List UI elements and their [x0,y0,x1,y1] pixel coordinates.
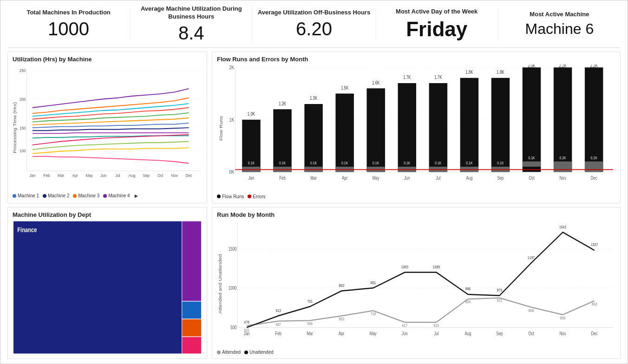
svg-text:Mar: Mar [310,175,317,180]
bar-aug-flow [460,78,478,172]
attended-label: Attended [222,350,241,355]
kpi-most-active-machine: Most Active Machine Machine 6 [498,11,621,38]
svg-text:617: 617 [402,323,408,328]
kpi-avg-biz-label: Average Machine Utilization During Busin… [135,5,248,21]
svg-text:1.2K: 1.2K [279,101,286,106]
svg-text:850: 850 [339,283,344,288]
svg-text:0.1K: 0.1K [248,161,255,165]
svg-text:Nov: Nov [560,331,566,336]
unattended-label: Unattended [249,350,274,355]
svg-text:613: 613 [275,308,281,313]
kpi-avg-off-value: 6.20 [257,19,370,39]
flow-runs-title: Flow Runs and Errors by Month [217,56,615,63]
finance-block [13,221,182,354]
svg-text:0.1K: 0.1K [404,161,411,165]
utilization-title: Utilization (Hrs) by Machine [13,56,202,63]
svg-text:Jun: Jun [100,173,106,178]
svg-text:Sep: Sep [497,175,504,180]
kpi-total-machines: Total Machines In Production 1000 [7,9,130,39]
bar-jun-flow [398,83,416,172]
flow-runs-svg: Flow Runs 2K 1K 0K 1.0K [217,65,615,192]
dept3-block [182,301,201,318]
svg-text:1.7K: 1.7K [434,75,442,80]
bar-sep-flow [491,78,510,172]
svg-text:Apr: Apr [339,331,344,336]
kpi-avg-off: Average Utilization Off-Business Hours 6… [253,9,375,39]
svg-text:0.1K: 0.1K [310,161,317,165]
svg-text:Jul: Jul [434,331,438,336]
svg-text:0.1K: 0.1K [497,161,504,165]
bar-apr-flow [335,93,353,172]
svg-text:Jan: Jan [29,173,35,178]
dept-title: Machine Utilization by Dept [13,211,202,218]
machine3-dot [73,194,77,198]
bar-dec-err [585,162,603,172]
legend-attended: Attended [217,350,241,355]
svg-text:478: 478 [244,320,249,325]
svg-text:Nov: Nov [560,175,566,180]
flow-runs-chart-area: Flow Runs 2K 1K 0K 1.0K [217,65,615,192]
svg-text:1.3K: 1.3K [310,96,317,101]
flow-runs-dot [217,195,221,198]
svg-text:Oct: Oct [157,173,164,178]
machine2-label: Machine 2 [48,193,69,198]
svg-text:Sep: Sep [496,331,503,336]
more-machines-icon[interactable]: ► [134,193,139,199]
svg-text:Jun: Jun [404,175,410,180]
run-mode-chart-area: Attended and Unattended 500 1000 1500 [217,220,615,348]
svg-text:0.2K: 0.2K [559,156,566,160]
kpi-avg-biz: Average Machine Utilization During Busin… [130,5,253,44]
svg-text:Dec: Dec [591,331,598,336]
legend-machine4: Machine 4 [103,193,130,198]
machine1-label: Machine 1 [18,193,39,198]
svg-text:2.2K: 2.2K [559,65,566,68]
svg-text:Aug: Aug [129,173,135,178]
svg-text:1.6K: 1.6K [372,80,379,85]
top-charts-row: Utilization (Hrs) by Machine Processing … [7,52,621,203]
svg-text:Oct: Oct [528,331,534,336]
legend-unattended: Unattended [244,350,274,355]
svg-text:599: 599 [307,321,313,326]
svg-text:Mar: Mar [58,173,64,178]
flow-runs-legend: Flow Runs Errors [217,194,615,199]
svg-text:921: 921 [497,298,503,303]
svg-text:615: 615 [434,323,439,328]
svg-text:Oct: Oct [529,175,535,180]
machine3-label: Machine 3 [78,193,99,198]
run-mode-panel: Run Mode by Month Attended and Unattende… [212,207,621,359]
svg-text:587: 587 [275,322,281,327]
svg-text:Apr: Apr [72,173,78,178]
kpi-most-active-day-label: Most Active Day of the Week [380,8,493,16]
kpi-most-active-machine-value: Machine 6 [503,20,616,38]
svg-text:719: 719 [371,312,376,316]
svg-text:Jan: Jan [249,175,255,180]
svg-text:Mar: Mar [307,331,313,336]
svg-text:Processing Time (Hrs): Processing Time (Hrs) [13,102,17,153]
legend-machine2: Machine 2 [43,193,69,198]
svg-text:May: May [86,173,93,178]
kpi-row: Total Machines In Production 1000 Averag… [7,5,621,48]
svg-text:1542: 1542 [559,225,566,229]
svg-text:Attended and Unattended: Attended and Unattended [218,254,222,313]
machine4-dot [103,194,107,198]
flow-runs-label: Flow Runs [222,194,244,199]
flow-runs-panel: Flow Runs and Errors by Month Flow Runs … [212,52,621,203]
utilization-svg: Processing Time (Hrs) 250 200 150 100 Ja [13,65,202,191]
run-mode-title: Run Mode by Month [217,211,615,218]
run-mode-svg: Attended and Unattended 500 1000 1500 [217,220,615,348]
svg-text:650: 650 [339,317,344,321]
svg-text:1197: 1197 [528,255,535,260]
svg-text:May: May [373,175,379,180]
svg-text:1.5K: 1.5K [341,85,348,91]
bar-nov-err [554,162,572,172]
svg-text:904: 904 [465,299,471,304]
kpi-most-active-machine-label: Most Active Machine [503,11,616,19]
dept-panel: Machine Utilization by Dept Finance [7,207,207,359]
svg-text:0.1K: 0.1K [435,161,442,165]
kpi-avg-off-label: Average Utilization Off-Business Hours [257,9,370,17]
svg-text:Jan: Jan [244,331,250,336]
svg-text:1.0K: 1.0K [248,111,255,117]
kpi-total-machines-label: Total Machines In Production [12,9,125,17]
svg-text:Dec: Dec [185,173,192,178]
svg-text:0.1K: 0.1K [341,161,348,165]
